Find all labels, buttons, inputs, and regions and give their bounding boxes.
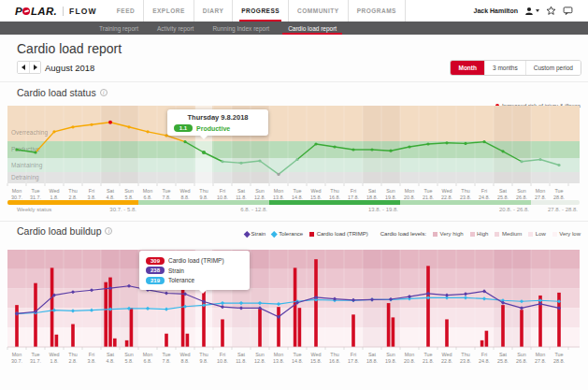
report-subnav: Training report Activity report Running …: [0, 22, 588, 35]
svg-text:24.8.: 24.8.: [479, 195, 490, 200]
svg-text:Thu: Thu: [68, 188, 77, 194]
level-swatch-icon: [470, 232, 475, 237]
favorites-star-icon[interactable]: [546, 6, 556, 16]
status-section-title: Cardio load status: [17, 87, 96, 98]
polar-logo-text-right: LAR.: [31, 6, 57, 17]
svg-text:20.8.: 20.8.: [404, 195, 415, 200]
legend-level-high: High: [470, 231, 489, 237]
svg-text:Thu: Thu: [68, 352, 77, 357]
svg-text:Fri: Fri: [220, 188, 225, 194]
svg-text:23.8.: 23.8.: [460, 358, 471, 364]
svg-text:6.8.: 6.8.: [144, 358, 152, 364]
svg-text:27.8.: 27.8.: [535, 195, 546, 200]
nav-item-explore[interactable]: EXPLORE: [144, 0, 194, 22]
svg-text:5.8.: 5.8.: [125, 358, 134, 364]
nav-item-programs[interactable]: PROGRAMS: [349, 0, 406, 22]
svg-text:Tue: Tue: [162, 352, 170, 357]
svg-text:Sat: Sat: [368, 188, 377, 194]
week-segment[interactable]: [269, 200, 400, 205]
buildup-legend: Strain Tolerance Cardio load (TRIMP) Car…: [245, 231, 581, 237]
legend-level-very-high: Very high: [433, 231, 464, 237]
week-segment[interactable]: [138, 200, 269, 205]
svg-text:Mon: Mon: [536, 352, 546, 357]
weekly-status-caption: Weekly status: [17, 207, 51, 212]
svg-text:Mon: Mon: [536, 188, 546, 194]
trimp-value-pill: 309: [146, 257, 165, 265]
svg-text:26.8.: 26.8.: [516, 358, 527, 364]
date-navigation: [17, 61, 41, 74]
svg-text:4.8.: 4.8.: [107, 358, 115, 364]
nav-item-feed[interactable]: FEED: [108, 0, 144, 22]
weekly-status-strip: [7, 200, 580, 205]
info-icon[interactable]: i: [100, 89, 108, 96]
svg-text:11.8.: 11.8.: [236, 358, 247, 364]
svg-text:Sun: Sun: [517, 188, 526, 194]
tab-training-report[interactable]: Training report: [90, 22, 148, 35]
svg-text:14.8.: 14.8.: [292, 358, 303, 364]
previous-month-button[interactable]: [18, 62, 29, 73]
tab-cardio-load-report[interactable]: Cardio load report: [279, 22, 346, 35]
svg-text:Sun: Sun: [124, 352, 134, 357]
cardio-load-buildup-chart[interactable]: Mon30.7.Tue31.7.Wed1.8.Thu2.8.Fri3.8.Sat…: [7, 250, 580, 366]
legend-tolerance: Tolerance: [272, 231, 303, 237]
tooltip-row-tolerance: 219 Tolerance: [146, 277, 243, 284]
svg-text:Sat: Sat: [499, 352, 508, 357]
polar-logo[interactable]: PLAR.: [15, 0, 57, 22]
svg-text:Thu: Thu: [330, 188, 338, 194]
svg-text:7.8.: 7.8.: [163, 358, 171, 364]
svg-text:Fri: Fri: [351, 352, 356, 357]
week-segment[interactable]: [7, 200, 138, 205]
polar-logo-text-left: P: [15, 6, 22, 17]
svg-text:Tue: Tue: [293, 352, 301, 357]
period-custom-button[interactable]: Custom period: [525, 61, 581, 75]
svg-text:Fri: Fri: [220, 352, 225, 357]
svg-text:2.8.: 2.8.: [69, 358, 78, 364]
nav-item-progress[interactable]: PROGRESS: [233, 0, 289, 22]
svg-text:28.8.: 28.8.: [553, 358, 565, 364]
tab-running-index-report[interactable]: Running Index report: [203, 22, 279, 35]
svg-text:Tue: Tue: [31, 352, 39, 357]
legend-strain: Strain: [245, 231, 266, 237]
chevron-down-icon: [536, 9, 539, 12]
svg-text:9.8.: 9.8.: [200, 195, 208, 200]
svg-text:Sun: Sun: [124, 188, 134, 194]
nav-item-diary[interactable]: DIARY: [194, 0, 233, 22]
svg-text:Mon: Mon: [12, 352, 22, 357]
period-3months-button[interactable]: 3 months: [484, 61, 525, 75]
tab-activity-report[interactable]: Activity report: [148, 22, 203, 35]
week-segment[interactable]: [531, 200, 580, 205]
cardio-load-report-page: PLAR. FLOW FEED EXPLORE DIARY PROGRESS C…: [0, 0, 588, 390]
strain-value-pill: 238: [146, 267, 165, 274]
legend-level-very-low: Very low: [552, 231, 581, 237]
trimp-square-icon: [309, 232, 314, 237]
arrow-left-icon: [22, 65, 25, 70]
tooltip-row-trimp: 309 Cardio load (TRIMP): [146, 257, 243, 265]
svg-text:19.8.: 19.8.: [385, 195, 396, 200]
svg-text:31.7.: 31.7.: [30, 358, 41, 364]
cardio-load-status-chart[interactable]: OverreachingProductiveMaintainingDetrain…: [7, 106, 580, 200]
svg-text:Tue: Tue: [423, 188, 432, 194]
week-segment[interactable]: [400, 200, 531, 205]
buildup-tooltip: 309 Cardio load (TRIMP) 238 Strain 219 T…: [139, 251, 250, 290]
feedback-chat-icon[interactable]: [563, 6, 573, 16]
next-month-button[interactable]: [29, 62, 40, 73]
legend-trimp: Cardio load (TRIMP): [309, 231, 368, 237]
period-month-button[interactable]: Month: [451, 61, 484, 75]
svg-text:31.7.: 31.7.: [30, 195, 41, 200]
svg-text:16.8.: 16.8.: [329, 358, 340, 364]
svg-text:17.8.: 17.8.: [348, 195, 359, 200]
svg-text:Mon: Mon: [143, 352, 153, 357]
svg-text:10.8.: 10.8.: [217, 195, 228, 200]
buildup-section-header: Cardio load buildup i: [17, 225, 112, 237]
levels-caption: Cardio load levels:: [380, 231, 426, 237]
svg-text:22.8.: 22.8.: [441, 358, 452, 364]
svg-text:15.8.: 15.8.: [310, 195, 322, 200]
svg-text:Sun: Sun: [517, 352, 526, 357]
svg-text:Tue: Tue: [162, 188, 170, 194]
week-range-label: 13.8. - 19.8.: [269, 207, 400, 212]
info-icon[interactable]: i: [105, 227, 112, 235]
svg-text:Wed: Wed: [311, 188, 322, 194]
nav-item-community[interactable]: COMMUNITY: [289, 0, 349, 22]
user-menu[interactable]: [524, 7, 539, 16]
level-swatch-icon: [528, 232, 533, 237]
